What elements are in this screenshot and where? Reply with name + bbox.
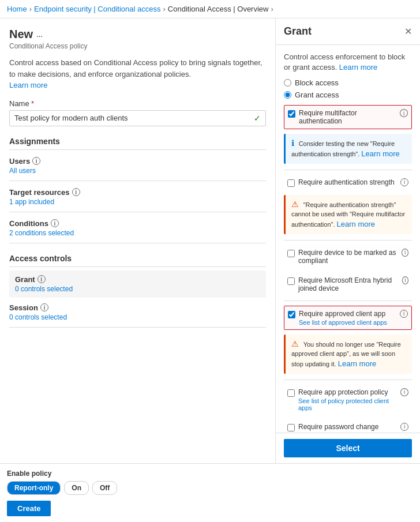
password-change-label: Require password change — [298, 423, 378, 431]
page-subtitle: Conditional Access policy — [9, 42, 266, 50]
mfa-info-box: ℹ Consider testing the new "Require auth… — [284, 134, 412, 164]
page-description: Control access based on Conditional Acce… — [9, 57, 266, 91]
approved-app-learn-more[interactable]: Learn more — [338, 359, 376, 368]
users-info-icon[interactable]: i — [32, 157, 40, 165]
block-access-label: Block access — [295, 78, 339, 87]
grant-access-label: Grant access — [295, 91, 339, 99]
breadcrumb-sep-2: › — [163, 5, 165, 13]
bottom-bar: Enable policy Report-only On Off Create — [0, 463, 420, 522]
panel-header: Grant ✕ — [276, 18, 420, 45]
approved-app-sublabel[interactable]: See list of approved client apps — [299, 319, 387, 326]
breadcrumb-sep-3: › — [271, 5, 273, 13]
hybrid-row[interactable]: Require Microsoft Entra hybrid joined de… — [284, 273, 412, 296]
page-title: New — [9, 28, 33, 41]
breadcrumb-endpoint[interactable]: Endpoint security | Conditional access — [34, 5, 160, 13]
toggle-off[interactable]: Off — [92, 481, 117, 495]
required-star: * — [31, 99, 34, 108]
approved-app-warning: ⚠ You should no longer use "Require appr… — [284, 335, 412, 374]
breadcrumb-current: Conditional Access | Overview — [168, 5, 269, 13]
grant-label: Grant — [15, 275, 35, 284]
select-button[interactable]: Select — [284, 439, 412, 457]
auth-strength-checkbox[interactable] — [287, 179, 295, 187]
panel-description: Control access enforcement to block or g… — [284, 52, 412, 73]
block-access-radio-row[interactable]: Block access — [284, 78, 412, 87]
conditions-value[interactable]: 2 conditions selected — [9, 229, 266, 237]
grant-value: 0 controls selected — [15, 285, 260, 293]
breadcrumb-home[interactable]: Home — [7, 5, 27, 13]
name-label: Name * — [9, 99, 266, 108]
mfa-row[interactable]: Require multifactor authentication i — [284, 105, 412, 129]
auth-strength-warning: ⚠ "Require authentication strength" cann… — [284, 195, 412, 234]
approved-app-info-icon[interactable]: i — [400, 310, 408, 318]
panel-learn-more[interactable]: Learn more — [339, 63, 377, 72]
conditions-subsection: Conditions i 2 conditions selected — [9, 219, 266, 237]
check-icon: ✓ — [254, 114, 261, 123]
panel-title: Grant — [284, 25, 312, 37]
description-learn-more[interactable]: Learn more — [9, 81, 47, 89]
password-change-checkbox[interactable] — [287, 424, 295, 431]
target-value[interactable]: 1 app included — [9, 198, 266, 206]
grant-access-radio-row[interactable]: Grant access — [284, 91, 412, 99]
info-circle-icon: ℹ — [291, 138, 294, 148]
auth-strength-learn-more[interactable]: Learn more — [337, 220, 375, 228]
conditions-info-icon[interactable]: i — [51, 219, 59, 227]
session-value[interactable]: 0 controls selected — [9, 313, 266, 321]
app-protection-row[interactable]: Require app protection policy See list o… — [284, 385, 412, 415]
breadcrumb: Home › Endpoint security | Conditional a… — [0, 0, 420, 18]
auth-strength-row[interactable]: Require authentication strength i — [284, 175, 412, 190]
checkbox-section: Require multifactor authentication i ℹ C… — [284, 105, 412, 433]
block-access-radio[interactable] — [284, 79, 291, 87]
access-controls-title: Access controls — [9, 254, 266, 267]
hybrid-label: Require Microsoft Entra hybrid joined de… — [298, 276, 402, 292]
app-protection-info-icon[interactable]: i — [400, 388, 408, 396]
app-protection-sublabel[interactable]: See list of policy protected client apps — [298, 397, 400, 411]
enable-policy-label: Enable policy — [7, 470, 413, 478]
compliant-checkbox[interactable] — [287, 250, 295, 257]
panel-body: Control access enforcement to block or g… — [276, 45, 420, 433]
toggle-row: Report-only On Off — [7, 481, 413, 495]
hybrid-label-wrap: Require Microsoft Entra hybrid joined de… — [298, 276, 408, 292]
app-protection-label-wrap: Require app protection policy See list o… — [298, 388, 408, 411]
target-label: Target resources — [9, 188, 70, 197]
app-protection-checkbox[interactable] — [287, 389, 295, 397]
compliant-row[interactable]: Require device to be marked as compliant… — [284, 245, 412, 268]
toggle-report-only[interactable]: Report-only — [7, 481, 61, 495]
users-value[interactable]: All users — [9, 167, 266, 175]
password-change-label-wrap: Require password change i — [298, 423, 408, 431]
compliant-info-icon[interactable]: i — [402, 249, 408, 257]
mfa-checkbox[interactable] — [288, 110, 295, 118]
grant-access-radio[interactable] — [284, 91, 291, 99]
left-panel: New ... Conditional Access policy Contro… — [0, 18, 276, 463]
mfa-label-wrap: Require multifactor authentication i — [299, 109, 408, 125]
mfa-info-icon[interactable]: i — [400, 109, 408, 117]
auth-strength-info-icon[interactable]: i — [400, 178, 408, 186]
auth-strength-label-wrap: Require authentication strength i — [298, 178, 408, 186]
close-button[interactable]: ✕ — [404, 26, 412, 37]
warning-triangle-icon-1: ⚠ — [291, 200, 299, 209]
grant-box[interactable]: Grant i 0 controls selected — [9, 271, 266, 298]
toggle-on[interactable]: On — [64, 481, 89, 495]
create-button[interactable]: Create — [7, 501, 51, 516]
mfa-info-learn-more[interactable]: Learn more — [361, 149, 399, 158]
session-info-icon[interactable]: i — [40, 303, 48, 311]
ellipsis-menu[interactable]: ... — [36, 30, 43, 39]
hybrid-checkbox[interactable] — [287, 277, 295, 285]
right-panel: Grant ✕ Control access enforcement to bl… — [276, 18, 420, 463]
compliant-label: Require device to be marked as compliant — [298, 249, 402, 265]
password-change-info-icon[interactable]: i — [400, 423, 408, 431]
conditions-label: Conditions — [9, 219, 48, 228]
app-protection-label-group: Require app protection policy See list o… — [298, 388, 400, 411]
app-protection-label: Require app protection policy — [298, 388, 400, 396]
hybrid-info-icon[interactable]: i — [402, 276, 408, 284]
mfa-label-group: Require multifactor authentication — [299, 109, 400, 125]
approved-app-warning-text: You should no longer use "Require approv… — [291, 341, 401, 367]
session-label: Session — [9, 303, 38, 312]
assignments-title: Assignments — [9, 137, 266, 150]
name-input[interactable]: Test policy for modern auth clients ✓ — [9, 110, 266, 126]
access-controls-section: Access controls Grant i 0 controls selec… — [9, 254, 266, 328]
approved-app-checkbox[interactable] — [288, 311, 295, 318]
grant-info-icon[interactable]: i — [38, 275, 46, 283]
approved-app-row[interactable]: Require approved client app See list of … — [284, 306, 412, 330]
target-info-icon[interactable]: i — [72, 188, 80, 196]
password-change-row[interactable]: Require password change i — [284, 419, 412, 433]
